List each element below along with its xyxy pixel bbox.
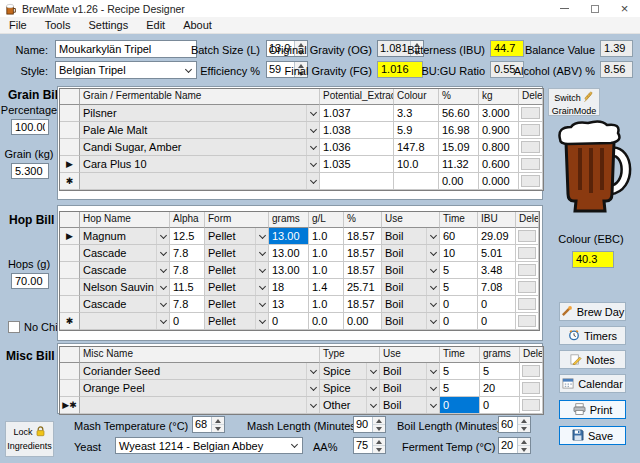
misc-delete-cell[interactable] <box>520 397 543 414</box>
hop-gl-cell[interactable]: 1.4 <box>309 279 344 296</box>
grain-pct-cell[interactable]: 15.09 <box>439 139 479 156</box>
grain-colour-cell[interactable] <box>394 173 439 190</box>
hop-ibu-cell[interactable]: 0 <box>478 313 516 330</box>
ferment-temp-spinner[interactable]: 20 <box>498 437 531 454</box>
row-selector[interactable]: ▶✱ <box>60 397 80 414</box>
hop-alpha-cell[interactable]: 0 <box>170 313 205 330</box>
notes-button[interactable]: Notes <box>559 350 626 369</box>
hop-alpha-cell[interactable]: 12.5 <box>170 228 205 245</box>
save-button[interactable]: Save <box>559 426 626 445</box>
hop-time-cell[interactable]: 10 <box>440 245 478 262</box>
hop-name-cell[interactable]: Cascade <box>80 245 170 262</box>
chevron-down-icon[interactable] <box>306 105 319 121</box>
grain-delete-cell[interactable] <box>519 139 543 156</box>
grain-name-cell[interactable]: Pilsner <box>80 105 320 122</box>
chevron-down-icon[interactable] <box>426 279 439 295</box>
row-selector[interactable] <box>60 122 80 139</box>
brew-day-button[interactable]: Brew Day <box>559 302 626 321</box>
hop-alpha-cell[interactable]: 11.5 <box>170 279 205 296</box>
delete-button[interactable] <box>518 315 536 327</box>
delete-button[interactable] <box>521 175 540 187</box>
row-selector[interactable]: ▶ <box>60 228 80 245</box>
hop-use-cell[interactable]: Boil <box>382 296 440 313</box>
chevron-down-icon[interactable] <box>255 296 268 312</box>
hop-gl-cell[interactable]: 1.0 <box>309 296 344 313</box>
grain-extract-cell[interactable]: 1.035 <box>320 156 394 173</box>
hop-time-cell[interactable]: 60 <box>440 228 478 245</box>
hop-alpha-cell[interactable]: 7.8 <box>170 245 205 262</box>
grain-delete-cell[interactable] <box>519 122 543 139</box>
lock-ingredients-button[interactable]: Lock Ingredients <box>5 421 54 457</box>
chevron-down-icon[interactable] <box>306 156 319 172</box>
hop-pct-cell[interactable]: 18.57 <box>344 296 382 313</box>
yeast-select[interactable]: Wyeast 1214 - Belgian Abbey <box>115 437 303 454</box>
hop-pct-cell[interactable]: 0.00 <box>344 313 382 330</box>
hop-form-cell[interactable]: Pellet <box>205 296 269 313</box>
minimize-button[interactable] <box>559 2 570 15</box>
hop-gl-cell[interactable]: 1.0 <box>309 228 344 245</box>
hop-pct-cell[interactable]: 18.57 <box>344 228 382 245</box>
hop-gl-cell[interactable]: 1.0 <box>309 262 344 279</box>
chevron-down-icon[interactable] <box>426 228 439 244</box>
percentage-input[interactable] <box>11 119 49 135</box>
close-button[interactable]: × <box>619 2 630 15</box>
calendar-button[interactable]: Calendar <box>559 374 626 393</box>
hop-delete-cell[interactable] <box>516 296 539 313</box>
hop-name-cell[interactable] <box>80 313 170 330</box>
misc-use-cell[interactable]: Boil <box>380 397 440 414</box>
chevron-down-icon[interactable] <box>255 245 268 261</box>
hop-form-cell[interactable]: Pellet <box>205 279 269 296</box>
grain-delete-cell[interactable] <box>519 105 543 122</box>
hop-ibu-cell[interactable]: 29.09 <box>478 228 516 245</box>
row-selector[interactable] <box>60 380 80 397</box>
row-selector[interactable] <box>60 296 80 313</box>
grain-colour-cell[interactable]: 147.8 <box>394 139 439 156</box>
hop-grams-cell[interactable]: 0 <box>269 313 309 330</box>
hop-grams-cell[interactable]: 18 <box>269 279 309 296</box>
delete-button[interactable] <box>518 264 536 276</box>
grain-colour-cell[interactable]: 3.3 <box>394 105 439 122</box>
chevron-down-icon[interactable] <box>255 279 268 295</box>
grain-kg-cell[interactable]: 0.800 <box>479 139 519 156</box>
hop-ibu-cell[interactable]: 0 <box>478 296 516 313</box>
misc-type-cell[interactable]: Spice <box>320 363 380 380</box>
row-selector[interactable] <box>60 262 80 279</box>
hop-grams-cell[interactable]: 13 <box>269 296 309 313</box>
hop-pct-cell[interactable]: 18.57 <box>344 262 382 279</box>
grain-kg-input[interactable] <box>11 163 49 179</box>
delete-button[interactable] <box>518 298 536 310</box>
hop-grams-cell[interactable]: 13.00 <box>269 262 309 279</box>
delete-button[interactable] <box>522 365 540 377</box>
delete-button[interactable] <box>518 230 536 242</box>
misc-time-cell[interactable]: 0 <box>440 397 480 414</box>
chevron-down-icon[interactable] <box>156 228 169 244</box>
hop-ibu-cell[interactable]: 3.48 <box>478 262 516 279</box>
mash-temp-spinner[interactable]: 68 <box>192 416 225 433</box>
grain-colour-cell[interactable]: 10.0 <box>394 156 439 173</box>
delete-button[interactable] <box>521 158 540 170</box>
grain-kg-cell[interactable]: 3.000 <box>479 105 519 122</box>
grain-kg-cell[interactable]: 0.900 <box>479 122 519 139</box>
chevron-down-icon[interactable] <box>366 397 379 413</box>
row-selector[interactable] <box>60 245 80 262</box>
delete-button[interactable] <box>521 124 540 136</box>
grain-name-cell[interactable]: Cara Plus 10 <box>80 156 320 173</box>
misc-type-cell[interactable]: Other <box>320 397 380 414</box>
misc-use-cell[interactable]: Boil <box>380 363 440 380</box>
menu-tools[interactable]: Tools <box>36 19 80 31</box>
grain-delete-cell[interactable] <box>519 173 543 190</box>
row-selector[interactable] <box>60 139 80 156</box>
aa-spinner[interactable]: 75 <box>353 437 386 454</box>
chevron-down-icon[interactable] <box>306 363 319 379</box>
delete-button[interactable] <box>521 141 540 153</box>
hop-time-cell[interactable]: 5 <box>440 262 478 279</box>
grain-delete-cell[interactable] <box>519 156 543 173</box>
maximize-button[interactable] <box>589 2 600 15</box>
hop-time-cell[interactable]: 5 <box>440 279 478 296</box>
grain-name-cell[interactable]: Pale Ale Malt <box>80 122 320 139</box>
chevron-down-icon[interactable] <box>287 438 302 453</box>
grain-colour-cell[interactable]: 5.9 <box>394 122 439 139</box>
grain-extract-cell[interactable] <box>320 173 394 190</box>
chevron-down-icon[interactable] <box>426 380 439 396</box>
spinner-buttons[interactable] <box>372 438 385 453</box>
